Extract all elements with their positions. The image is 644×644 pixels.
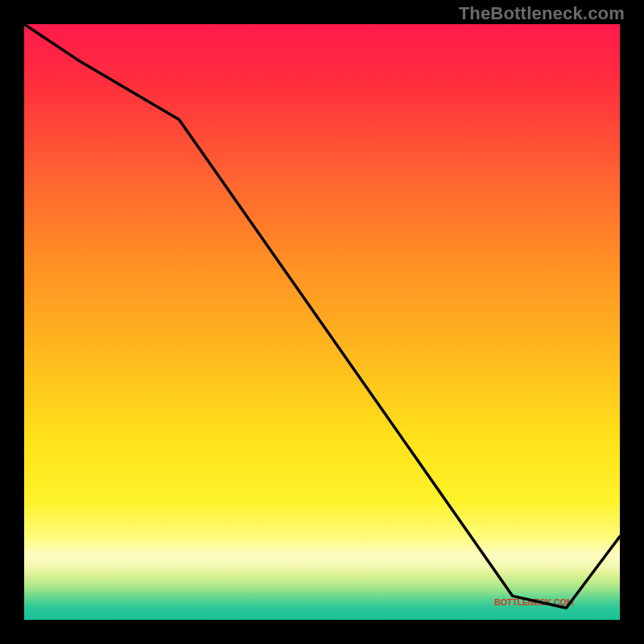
watermark-text: TheBottleneck.com <box>459 3 625 24</box>
line-overlay <box>24 24 620 620</box>
curve-line <box>24 24 620 608</box>
plot-area: BOTTLENECK.COM <box>24 24 620 620</box>
chart-container: TheBottleneck.com BOTTLENECK.COM <box>0 0 644 644</box>
